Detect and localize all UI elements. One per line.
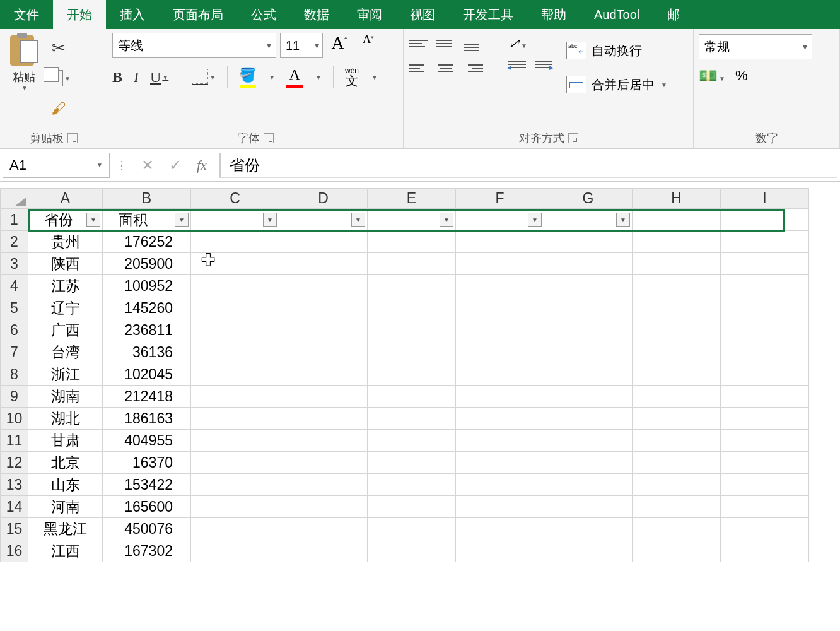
- cell-A3[interactable]: 陕西: [28, 253, 103, 275]
- row-header-11[interactable]: 11: [1, 430, 28, 452]
- cell-F8[interactable]: [456, 363, 544, 386]
- cell-H3[interactable]: [633, 253, 721, 275]
- cell-A12[interactable]: 北京: [28, 452, 103, 474]
- row-header-1[interactable]: 1: [1, 209, 28, 231]
- chevron-down-icon[interactable]: ▾: [262, 40, 276, 50]
- cell-C12[interactable]: [191, 452, 279, 474]
- row-header-7[interactable]: 7: [1, 341, 28, 363]
- cell-E15[interactable]: [368, 518, 456, 540]
- cell-H16[interactable]: [633, 540, 721, 562]
- cell-B13[interactable]: 153422: [103, 474, 191, 496]
- cell-F5[interactable]: [456, 297, 544, 319]
- cell-C11[interactable]: [191, 430, 279, 452]
- cell-I13[interactable]: [721, 474, 809, 496]
- row-header-9[interactable]: 9: [1, 386, 28, 408]
- font-size-combo[interactable]: ▾: [280, 33, 323, 58]
- paste-button[interactable]: 粘贴 ▼: [5, 33, 43, 91]
- cell-A10[interactable]: 湖北: [28, 408, 103, 430]
- cell-H11[interactable]: [633, 430, 721, 452]
- cell-D11[interactable]: [279, 430, 368, 452]
- cell-I2[interactable]: [721, 231, 809, 253]
- cell-H7[interactable]: [633, 341, 721, 363]
- cell-I15[interactable]: [721, 518, 809, 540]
- cell-E6[interactable]: [368, 319, 456, 341]
- cell-G13[interactable]: [544, 474, 633, 496]
- cell-F14[interactable]: [456, 496, 544, 518]
- cell-D8[interactable]: [279, 363, 368, 386]
- align-center-button[interactable]: [436, 61, 455, 76]
- cell-D5[interactable]: [279, 297, 368, 319]
- name-box[interactable]: A1 ▼: [3, 153, 110, 178]
- font-name-input[interactable]: [113, 38, 262, 53]
- row-header-13[interactable]: 13: [1, 474, 28, 496]
- orientation-button[interactable]: ⤢▼: [508, 35, 527, 52]
- cell-G12[interactable]: [544, 452, 633, 474]
- cell-F10[interactable]: [456, 408, 544, 430]
- cell-F13[interactable]: [456, 474, 544, 496]
- tab-邮[interactable]: 邮: [653, 0, 694, 29]
- cell-B6[interactable]: 236811: [103, 319, 191, 341]
- cell-B14[interactable]: 165600: [103, 496, 191, 518]
- cell-G6[interactable]: [544, 319, 633, 341]
- cell-I10[interactable]: [721, 408, 809, 430]
- cell-F6[interactable]: [456, 319, 544, 341]
- cell-C16[interactable]: [191, 540, 279, 562]
- cell-C14[interactable]: [191, 496, 279, 518]
- cell-B16[interactable]: 167302: [103, 540, 191, 562]
- italic-button[interactable]: I: [134, 69, 139, 86]
- bold-button[interactable]: B: [112, 69, 122, 86]
- col-header-G[interactable]: G: [544, 189, 633, 209]
- col-header-F[interactable]: F: [456, 189, 544, 209]
- cell-D16[interactable]: [279, 540, 368, 562]
- tab-页面布局[interactable]: 页面布局: [159, 0, 237, 29]
- copy-button[interactable]: ▼: [47, 67, 71, 90]
- col-header-D[interactable]: D: [279, 189, 368, 209]
- cell-B8[interactable]: 102045: [103, 363, 191, 386]
- cell-D9[interactable]: [279, 386, 368, 408]
- cell-D12[interactable]: [279, 452, 368, 474]
- cell-I16[interactable]: [721, 540, 809, 562]
- cell-D15[interactable]: [279, 518, 368, 540]
- col-header-H[interactable]: H: [633, 189, 721, 209]
- cell-B10[interactable]: 186163: [103, 408, 191, 430]
- cell-G4[interactable]: [544, 275, 633, 297]
- filter-button[interactable]: ▼: [616, 213, 630, 227]
- chevron-down-icon[interactable]: ▼: [21, 85, 28, 91]
- cell-A9[interactable]: 湖南: [28, 386, 103, 408]
- align-bottom-button[interactable]: [464, 36, 483, 51]
- row-header-12[interactable]: 12: [1, 452, 28, 474]
- filter-button[interactable]: ▼: [351, 213, 365, 227]
- number-format-input[interactable]: [699, 40, 798, 54]
- cell-B2[interactable]: 176252: [103, 231, 191, 253]
- cell-G15[interactable]: [544, 518, 633, 540]
- cell-C5[interactable]: [191, 297, 279, 319]
- cell-F4[interactable]: [456, 275, 544, 297]
- dialog-launcher-icon[interactable]: [568, 133, 578, 143]
- cell-E5[interactable]: [368, 297, 456, 319]
- cell-I3[interactable]: [721, 253, 809, 275]
- col-header-B[interactable]: B: [103, 189, 191, 209]
- row-header-14[interactable]: 14: [1, 496, 28, 518]
- cell-D3[interactable]: [279, 253, 368, 275]
- cell-B3[interactable]: 205900: [103, 253, 191, 275]
- increase-font-button[interactable]: A▴: [327, 33, 352, 58]
- font-color-button[interactable]: A: [286, 66, 303, 88]
- cell-G16[interactable]: [544, 540, 633, 562]
- cell-H1[interactable]: [633, 209, 721, 231]
- cell-E7[interactable]: [368, 341, 456, 363]
- dialog-launcher-icon[interactable]: [264, 133, 274, 143]
- cell-I12[interactable]: [721, 452, 809, 474]
- cell-G2[interactable]: [544, 231, 633, 253]
- cell-G14[interactable]: [544, 496, 633, 518]
- cell-F1[interactable]: ▼: [456, 209, 544, 231]
- cell-G9[interactable]: [544, 386, 633, 408]
- tab-开始[interactable]: 开始: [53, 0, 106, 29]
- phonetic-guide-button[interactable]: wén文: [345, 67, 359, 87]
- increase-indent-button[interactable]: [535, 61, 552, 76]
- cell-G10[interactable]: [544, 408, 633, 430]
- cell-I1[interactable]: [721, 209, 809, 231]
- cell-F16[interactable]: [456, 540, 544, 562]
- tab-公式[interactable]: 公式: [237, 0, 290, 29]
- underline-button[interactable]: U▼: [150, 69, 168, 86]
- expand-icon[interactable]: ⋮: [116, 158, 129, 172]
